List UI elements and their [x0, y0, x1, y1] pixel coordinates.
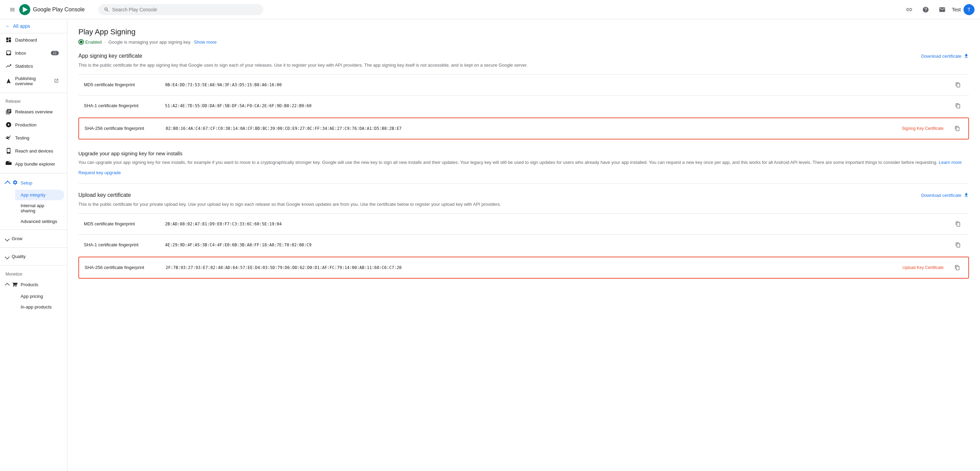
upload-title: Upload key certificate	[78, 192, 131, 198]
reach-icon	[5, 148, 12, 154]
signing-md5-value: 9B:E4:DD:73:53:5E:A8:9A:3F:A3:D5:15:B8:A…	[165, 82, 947, 87]
notifications-icon-btn[interactable]	[935, 3, 949, 16]
sidebar-item-app-integrity[interactable]: App integrity	[15, 190, 64, 200]
sidebar-item-dashboard[interactable]: Dashboard	[0, 33, 64, 46]
products-label: Products	[21, 282, 38, 287]
releases-icon	[5, 109, 12, 115]
signing-md5-label: MD5 certificate fingerprint	[84, 82, 159, 87]
section-header: App signing key certificate Download cer…	[78, 53, 969, 59]
products-subnav: App pricing In-app products	[0, 291, 67, 312]
search-input[interactable]	[112, 7, 258, 13]
app-pricing-label: App pricing	[21, 294, 43, 299]
dashboard-label: Dashboard	[15, 38, 37, 43]
logo[interactable]: Google Play Console	[19, 4, 84, 15]
upload-sha256-row: SHA-256 certificate fingerprint 2F:7B:93…	[78, 257, 969, 279]
internal-sharing-label: Internal app sharing	[21, 203, 59, 213]
signing-md5-copy-btn[interactable]	[953, 79, 964, 90]
sidebar-item-testing[interactable]: Testing	[0, 131, 64, 144]
sidebar-item-releases-overview[interactable]: Releases overview	[0, 105, 64, 118]
upload-sha256-value: 2F:7B:93:27:93:E7:82:48:AD:64:57:EE:D4:0…	[166, 265, 897, 270]
sidebar-item-reach-devices[interactable]: Reach and devices	[0, 144, 64, 157]
release-section-label: Release	[0, 95, 67, 105]
back-icon: ←	[5, 23, 10, 29]
status-text: Enabled	[85, 40, 102, 44]
all-apps-button[interactable]: ← All apps	[0, 19, 67, 33]
inbox-badge: 11	[51, 51, 59, 55]
sidebar-item-app-bundle[interactable]: App bundle explorer	[0, 157, 64, 170]
testing-label: Testing	[15, 135, 29, 141]
download-cert-link-upload[interactable]: Download certificate	[921, 192, 969, 198]
upload-key-section: Upload key certificate Download certific…	[78, 192, 969, 279]
quality-label: Quality	[12, 254, 25, 259]
show-more-link[interactable]: Show more	[194, 40, 216, 44]
setup-gear-icon	[13, 180, 18, 186]
grow-arrow-icon	[5, 236, 10, 241]
publishing-icon	[5, 78, 12, 84]
search-container	[98, 4, 263, 15]
sidebar-item-in-app-products[interactable]: In-app products	[15, 301, 64, 312]
app-integrity-label: App integrity	[21, 192, 45, 198]
upload-sha1-copy-btn[interactable]	[953, 239, 964, 251]
signing-sha256-label: SHA-256 certificate fingerprint	[84, 126, 160, 131]
sidebar-item-inbox[interactable]: Inbox 11	[0, 46, 64, 59]
sidebar-item-production[interactable]: Production	[0, 118, 64, 131]
production-icon	[5, 122, 12, 128]
download-cert-link-signing[interactable]: Download certificate	[921, 53, 969, 59]
setup-subnav: App integrity Internal app sharing Advan…	[0, 190, 67, 227]
status-separator: ·	[105, 40, 106, 44]
setup-arrow-icon	[5, 180, 11, 186]
sidebar-item-internal-sharing[interactable]: Internal app sharing	[15, 200, 64, 216]
inbox-icon	[5, 50, 12, 56]
sidebar-item-statistics[interactable]: Statistics	[0, 59, 64, 73]
signing-key-badge: Signing Key Certificate	[902, 126, 943, 131]
upload-md5-row: MD5 certificate fingerprint 2B:AD:88:02:…	[78, 213, 969, 234]
topbar: Google Play Console Test T	[0, 0, 980, 19]
link-icon-btn[interactable]	[902, 3, 916, 16]
production-label: Production	[15, 122, 37, 127]
status-desc: Google is managing your app signing key.	[108, 40, 191, 44]
products-collapse[interactable]: Products	[0, 278, 67, 291]
signing-sha1-label: SHA-1 certificate fingerprint	[84, 103, 159, 108]
all-apps-label: All apps	[13, 23, 30, 29]
help-icon-btn[interactable]	[919, 3, 932, 16]
sidebar-item-publishing-overview[interactable]: Publishing overview	[0, 73, 64, 90]
download-icon-signing	[964, 53, 969, 59]
app-signing-section: App signing key certificate Download cer…	[78, 53, 969, 140]
upload-md5-copy-btn[interactable]	[953, 219, 964, 230]
in-app-products-label: In-app products	[21, 304, 52, 309]
upgrade-desc: You can upgrade your app signing key for…	[78, 159, 969, 166]
user-avatar: T	[964, 4, 975, 15]
signing-sha256-copy-btn[interactable]	[952, 123, 963, 134]
download-label-upload: Download certificate	[921, 193, 961, 198]
logo-text: Google Play Console	[33, 6, 84, 13]
publishing-icon-right	[54, 78, 59, 84]
page-status: Enabled · Google is managing your app si…	[78, 39, 969, 44]
quality-arrow-icon	[5, 254, 10, 259]
dashboard-icon	[5, 37, 12, 43]
testing-icon	[5, 135, 12, 141]
user-label: Test	[952, 7, 961, 13]
upload-sha256-copy-btn[interactable]	[952, 262, 963, 273]
publishing-label: Publishing overview	[15, 76, 51, 86]
setup-collapse[interactable]: Setup	[0, 176, 67, 190]
hamburger-menu[interactable]	[5, 3, 19, 16]
upload-md5-label: MD5 certificate fingerprint	[84, 221, 159, 227]
search-icon	[104, 7, 109, 13]
quality-collapse[interactable]: Quality	[0, 251, 67, 262]
monetize-label: Monetize	[0, 268, 67, 278]
sidebar-item-advanced-settings[interactable]: Advanced settings	[15, 216, 64, 227]
signing-sha256-row: SHA-256 certificate fingerprint 02:B0:16…	[78, 117, 969, 140]
setup-label: Setup	[21, 180, 32, 186]
status-check	[80, 41, 83, 43]
signing-sha1-copy-btn[interactable]	[953, 100, 964, 111]
upgrade-section: Upgrade your app signing key for new ins…	[78, 151, 969, 176]
sidebar-item-app-pricing[interactable]: App pricing	[15, 291, 64, 301]
user-menu[interactable]: Test T	[952, 4, 975, 15]
reach-label: Reach and devices	[15, 148, 53, 154]
learn-more-link[interactable]: Learn more	[939, 160, 961, 165]
advanced-settings-label: Advanced settings	[21, 219, 57, 224]
products-arrow-icon	[5, 283, 10, 287]
signing-sha1-row: SHA-1 certificate fingerprint 51:A2:4E:7…	[78, 95, 969, 116]
grow-collapse[interactable]: Grow	[0, 233, 67, 244]
request-key-upgrade-link[interactable]: Request key upgrade	[78, 170, 121, 175]
